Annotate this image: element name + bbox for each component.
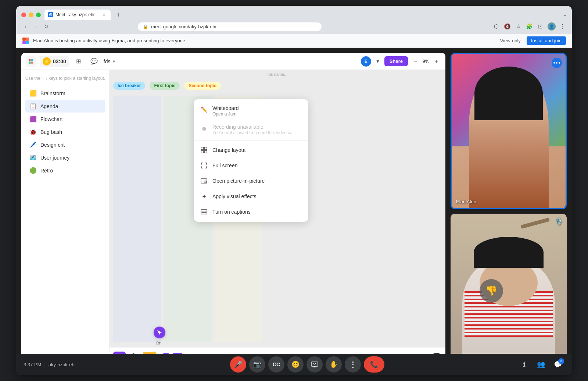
svg-rect-8 — [29, 61, 31, 64]
menu-item-pip[interactable]: Open picture-in-picture — [194, 173, 308, 189]
menu-item-recording: ⏺ Recording unavailable You're not allow… — [194, 120, 308, 139]
design-crit-icon: 🖊️ — [29, 141, 37, 148]
sidebar-item-brainstorm[interactable]: 🟨 Brainstorm — [25, 87, 105, 100]
svg-rect-15 — [204, 181, 207, 183]
svg-rect-10 — [201, 147, 204, 150]
back-button[interactable]: ‹ — [21, 22, 30, 31]
full-screen-label: Full screen — [212, 163, 237, 168]
traffic-lights — [21, 13, 41, 17]
sidebar-item-design-crit[interactable]: 🖊️ Design crit — [25, 138, 105, 151]
menu-item-whiteboard[interactable]: ✏️ Whiteboard Open a Jam — [194, 102, 308, 120]
layout-toggle-button[interactable]: ⊞ — [73, 56, 85, 67]
more-options-button[interactable]: ⋮ — [345, 356, 361, 373]
forward-button[interactable]: › — [32, 22, 40, 31]
user-avatar: E — [361, 56, 371, 67]
pip-label: Open picture-in-picture — [212, 178, 265, 184]
bookmark-icon[interactable]: ☆ — [514, 22, 523, 31]
bg-fixture — [520, 218, 550, 229]
canvas-label: fds name... — [268, 72, 287, 76]
hand-cursor-icon: ☞ — [156, 339, 165, 347]
tab-title: Meet - aky-hzpk-ehr — [55, 12, 99, 17]
visual-effects-icon: ✦ — [200, 192, 208, 200]
sidebar-item-bug-bash[interactable]: 🐞 Bug bash — [25, 125, 105, 138]
file-name-btn[interactable]: fds ▼ — [104, 58, 116, 64]
svg-rect-4 — [22, 41, 26, 44]
tab-expand-btn[interactable]: ⌄ — [563, 12, 567, 17]
menu-item-change-layout[interactable]: Change layout — [194, 142, 308, 158]
figma-menu-button[interactable] — [26, 56, 36, 67]
right-controls: ℹ 👥 💬 3 — [517, 358, 564, 371]
figma-banner: Elad Alon is hosting an activity using F… — [16, 34, 572, 48]
install-join-button[interactable]: Install and join — [527, 36, 566, 45]
avatar-dropdown-btn[interactable]: ▼ — [374, 58, 381, 65]
close-window-btn[interactable] — [21, 13, 26, 17]
menu-item-captions[interactable]: Turn on captions — [194, 204, 308, 220]
chat-button[interactable]: 💬 — [88, 56, 100, 67]
screen-mirror-icon[interactable]: ⬡ — [492, 22, 501, 31]
sidebar-item-flowchart[interactable]: 🟪 Flowchart — [25, 113, 105, 125]
reload-button[interactable]: ↻ — [42, 22, 51, 31]
url-bar[interactable]: 🔒 meet.google.com/aky-hzpk-ehr — [138, 22, 322, 31]
lock-icon: 🔒 — [143, 24, 148, 29]
video-panel-francois: 👎 🎙️ Francois — [451, 214, 567, 368]
menu-item-full-screen[interactable]: Full screen — [194, 158, 308, 173]
toggle-camera-button[interactable]: 📷 — [249, 356, 265, 373]
second-topic-badge: Second topic — [184, 82, 220, 90]
captions-button[interactable]: CC — [268, 356, 284, 373]
context-menu: ✏️ Whiteboard Open a Jam ⏺ Recording una… — [194, 99, 308, 222]
sidebar-item-user-journey[interactable]: 🗺️ User journey — [25, 151, 105, 164]
sidebar-toggle-icon[interactable]: ⊡ — [537, 22, 545, 31]
zoom-level-display: 9% — [420, 58, 431, 64]
visual-effects-label: Apply visual effects — [212, 193, 257, 199]
mute-mic-button[interactable]: 🎤 — [230, 356, 246, 373]
svg-rect-11 — [204, 147, 207, 150]
svg-rect-5 — [26, 41, 29, 44]
cursor-pointer-icon — [154, 327, 165, 338]
dot-2 — [556, 62, 557, 64]
change-layout-icon — [200, 146, 208, 154]
emoji-button[interactable]: 😊 — [287, 356, 304, 373]
sidebar-item-retro[interactable]: 🟢 Retro — [25, 164, 105, 177]
people-button[interactable]: 👥 — [534, 358, 548, 371]
minimize-window-btn[interactable] — [29, 13, 33, 17]
browser-tab[interactable]: M Meet - aky-hzpk-ehr × — [44, 10, 111, 20]
user-journey-icon: 🗺️ — [29, 154, 37, 161]
maximize-window-btn[interactable] — [36, 13, 41, 17]
file-name-chevron: ▼ — [112, 59, 116, 64]
zoom-in-button[interactable]: + — [432, 57, 441, 66]
zoom-controls: − 9% + — [411, 57, 441, 66]
sidebar-item-agenda[interactable]: 📋 Agenda — [25, 100, 105, 113]
mute-tab-icon[interactable]: 🔇 — [503, 22, 512, 31]
new-tab-button[interactable]: + — [114, 11, 123, 19]
bottom-controls-bar: 3:37 PM | aky-hzpk-ehr 🎤 📷 CC 😊 — [16, 354, 572, 375]
thumbs-down-overlay: 👎 — [480, 279, 503, 303]
meeting-info-button[interactable]: ℹ — [517, 358, 531, 371]
whiteboard-text: Whiteboard Open a Jam — [212, 105, 239, 117]
view-only-label: View-only — [500, 38, 521, 43]
user-journey-label: User journey — [40, 155, 69, 161]
timer-display: 03:00 — [53, 58, 66, 64]
timer-widget[interactable]: ⭐ 03:00 — [40, 56, 69, 67]
profile-icon[interactable]: 👤 — [548, 22, 556, 31]
tab-close-btn[interactable]: × — [101, 12, 107, 18]
chat-sidebar-button[interactable]: 💬 3 — [551, 358, 564, 371]
svg-rect-2 — [22, 38, 26, 41]
share-button[interactable]: Share — [384, 56, 408, 66]
zoom-out-button[interactable]: − — [411, 57, 420, 66]
extension-puzzle-icon[interactable]: 🧩 — [526, 22, 534, 31]
figma-editor: ⭐ 03:00 ⊞ 💬 fds ▼ E ▼ Share — [21, 53, 445, 368]
meet-favicon: M — [48, 12, 53, 17]
ice-breaker-badge: Ice breaker — [113, 82, 145, 90]
menu-item-visual-effects[interactable]: ✦ Apply visual effects — [194, 189, 308, 204]
raise-hand-button[interactable]: ✋ — [326, 356, 342, 373]
present-button[interactable] — [306, 356, 323, 373]
call-code: aky-hzpk-ehr — [49, 362, 76, 367]
svg-rect-9 — [31, 61, 33, 64]
video-more-menu-elad[interactable] — [552, 58, 562, 68]
recording-sublabel: You're not allowed to record this video … — [212, 130, 294, 135]
separator: | — [44, 362, 45, 367]
dot-1 — [553, 62, 555, 64]
end-call-button[interactable]: 📞 — [364, 356, 384, 373]
svg-text:M: M — [50, 14, 52, 16]
chrome-menu-icon[interactable]: ⋮ — [559, 22, 567, 31]
